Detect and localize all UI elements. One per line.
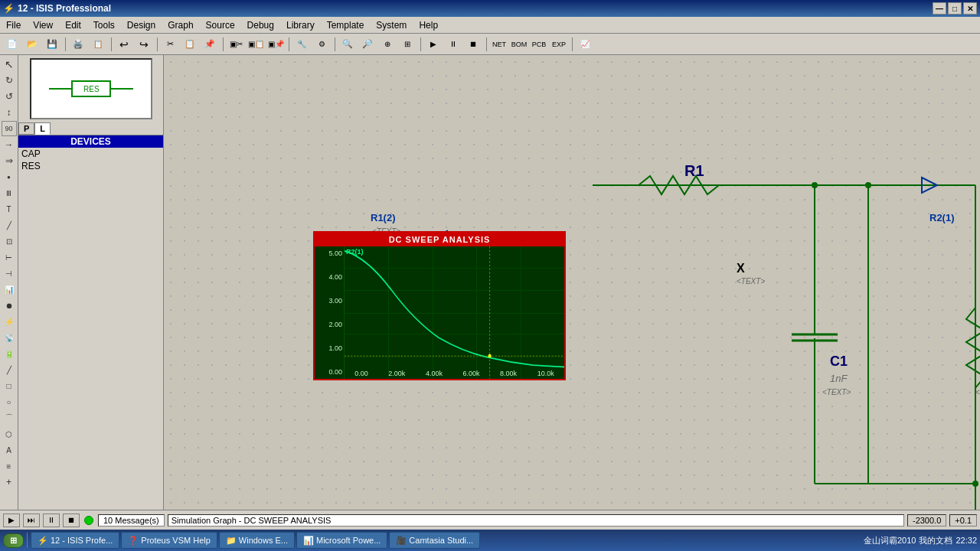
- select-tool[interactable]: ↖: [2, 57, 17, 72]
- pause-button[interactable]: ⏸: [444, 36, 462, 53]
- wire-tool[interactable]: →: [2, 137, 17, 152]
- probe[interactable]: 📡: [2, 330, 17, 345]
- tab-l[interactable]: L: [34, 122, 51, 135]
- print-area-button[interactable]: 📋: [89, 36, 107, 53]
- tab-p[interactable]: P: [18, 122, 34, 135]
- x-2k: 2.00k: [388, 370, 405, 377]
- polygon-tool[interactable]: ⬡: [2, 426, 17, 442]
- export-button[interactable]: EXP: [550, 36, 568, 53]
- redo-button[interactable]: ↪: [135, 36, 153, 53]
- separator-8: [484, 36, 488, 53]
- paste-button[interactable]: 📌: [201, 36, 219, 53]
- zoom-in-button[interactable]: 🔍: [338, 36, 357, 53]
- sim-led: [84, 516, 93, 525]
- x-6k: 6.00k: [463, 370, 480, 377]
- bom-button[interactable]: BOM: [510, 36, 528, 53]
- menu-library[interactable]: Library: [280, 18, 321, 32]
- menu-debug[interactable]: Debug: [241, 18, 280, 32]
- close-button[interactable]: ✕: [963, 2, 977, 15]
- sim-play[interactable]: ▶: [3, 514, 20, 527]
- copy-button[interactable]: 📋: [181, 36, 199, 53]
- menu-design[interactable]: Design: [121, 18, 162, 32]
- block-cut[interactable]: ▣✂: [227, 36, 245, 53]
- graph-window[interactable]: DC SWEEP ANALYSIS 5.00 4.00 3.00 2.00 1.…: [313, 231, 566, 380]
- x-label: X: [737, 262, 745, 276]
- task-proteus-help[interactable]: ❓ Proteus VSM Help: [121, 532, 217, 549]
- sim-step[interactable]: ⏭: [23, 514, 40, 527]
- generator[interactable]: ⚡: [2, 314, 17, 329]
- block-paste[interactable]: ▣📌: [266, 36, 285, 53]
- zoom-out-button[interactable]: 🔎: [358, 36, 377, 53]
- y-5: 5.00: [316, 249, 342, 257]
- pcb-button[interactable]: PCB: [530, 36, 548, 53]
- jinshan-label[interactable]: 金山词霸2010: [864, 535, 916, 546]
- minimize-button[interactable]: —: [933, 2, 946, 15]
- text-tool[interactable]: T: [2, 201, 17, 217]
- stop-button[interactable]: ⏹: [464, 36, 482, 53]
- sub-circuit[interactable]: ⊡: [2, 233, 17, 249]
- cut-button[interactable]: ✂: [161, 36, 179, 53]
- symbol-mode[interactable]: ≡: [2, 458, 17, 474]
- pick-from-libs[interactable]: 🔧: [292, 36, 311, 53]
- bus-entry[interactable]: ╱: [2, 217, 17, 233]
- netlist-button[interactable]: NET: [490, 36, 508, 53]
- my-docs-label[interactable]: 我的文档: [919, 535, 952, 546]
- print-button[interactable]: 🖨️: [69, 36, 87, 53]
- menu-system[interactable]: System: [370, 18, 413, 32]
- sim-stop[interactable]: ⏹: [63, 514, 80, 527]
- text-label[interactable]: A: [2, 442, 17, 458]
- zoom-area[interactable]: ⊞: [398, 36, 416, 53]
- add-tool[interactable]: +: [2, 474, 17, 490]
- status-bar: ▶ ⏭ ⏸ ⏹ 10 Message(s) Simulation Graph -…: [0, 510, 980, 530]
- task-camtasia[interactable]: 🎥 Camtasia Studi...: [389, 532, 480, 549]
- rotate-ccw[interactable]: ↺: [2, 89, 17, 104]
- menu-source[interactable]: Source: [200, 18, 241, 32]
- start-button[interactable]: ⊞: [3, 533, 24, 548]
- box-tool[interactable]: □: [2, 378, 17, 393]
- task-isis[interactable]: ⚡ 12 - ISIS Profe...: [31, 532, 119, 549]
- taskbar: ⊞ ⚡ 12 - ISIS Profe... ❓ Proteus VSM Hel…: [0, 530, 980, 551]
- task-powerpoint[interactable]: 📊 Microsoft Powe...: [296, 532, 387, 549]
- junction-tool[interactable]: ●: [2, 169, 17, 184]
- task-explorer-icon: 📁: [226, 536, 237, 546]
- flip-v[interactable]: ↕: [2, 105, 17, 120]
- graph-button[interactable]: 📈: [576, 36, 594, 53]
- menu-template[interactable]: Template: [321, 18, 371, 32]
- rotate-tool[interactable]: ↻: [2, 73, 17, 88]
- device-res[interactable]: RES: [18, 160, 163, 172]
- task-ppt-label: Microsoft Powe...: [316, 536, 381, 545]
- bus-tool[interactable]: ⇒: [2, 153, 17, 168]
- line-tool[interactable]: ╱: [2, 362, 17, 377]
- sim-pause[interactable]: ⏸: [43, 514, 60, 527]
- menu-graph[interactable]: Graph: [162, 18, 199, 32]
- maximize-button[interactable]: □: [948, 2, 962, 15]
- message-count[interactable]: 10 Message(s): [98, 514, 165, 527]
- graph-mode[interactable]: 📊: [2, 282, 17, 297]
- terminator[interactable]: ⊢: [2, 249, 17, 265]
- block-copy[interactable]: ▣📋: [247, 36, 265, 53]
- simulate-button[interactable]: ▶: [424, 36, 443, 53]
- x-4k: 4.00k: [426, 370, 443, 377]
- menu-file[interactable]: File: [0, 18, 27, 32]
- task-explorer[interactable]: 📁 Windows E...: [219, 532, 295, 549]
- menu-help[interactable]: Help: [413, 18, 444, 32]
- circle-tool[interactable]: ○: [2, 394, 17, 409]
- canvas-area[interactable]: R1(2) <TEXT> R1 X <TEXT> R2(1) C1 1nF <T…: [164, 55, 980, 510]
- battery[interactable]: 🔋: [2, 346, 17, 361]
- label-tool[interactable]: Ⅲ: [2, 185, 17, 201]
- tape-mode[interactable]: ⏺: [2, 298, 17, 313]
- open-button[interactable]: 📂: [23, 36, 41, 53]
- arc-tool[interactable]: ⌒: [2, 410, 17, 425]
- undo-button[interactable]: ↩: [115, 36, 133, 53]
- device-cap[interactable]: CAP: [18, 148, 163, 160]
- task-cam-icon: 🎥: [396, 536, 407, 546]
- zoom-fit[interactable]: ⊕: [378, 36, 397, 53]
- new-button[interactable]: 📄: [3, 36, 21, 53]
- svg-point-15: [972, 481, 978, 487]
- save-button[interactable]: 💾: [43, 36, 61, 53]
- make-device[interactable]: ⚙: [312, 36, 331, 53]
- device-pin[interactable]: ⊣: [2, 266, 17, 281]
- menu-tools[interactable]: Tools: [87, 18, 121, 32]
- menu-edit[interactable]: Edit: [59, 18, 87, 32]
- menu-view[interactable]: View: [27, 18, 59, 32]
